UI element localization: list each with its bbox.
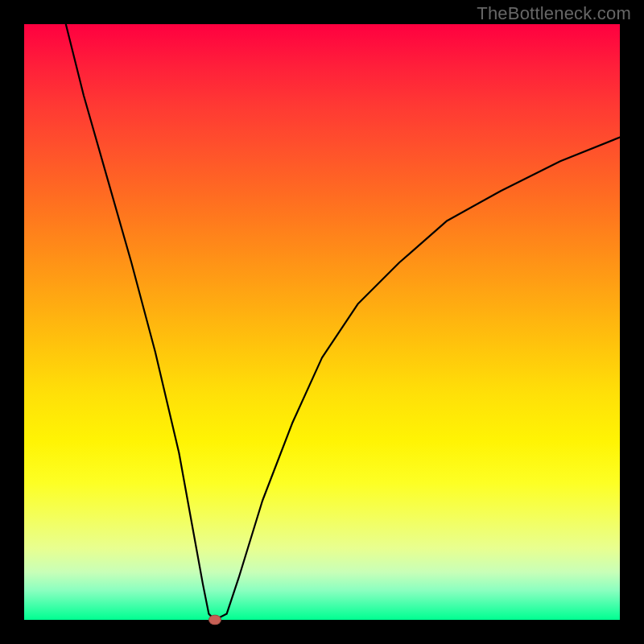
optimal-point-marker [208,615,221,625]
watermark-text: TheBottleneck.com [477,3,631,24]
chart-frame: TheBottleneck.com [0,0,644,644]
curve-path [66,24,620,620]
plot-area [24,24,620,620]
bottleneck-curve [24,24,620,620]
